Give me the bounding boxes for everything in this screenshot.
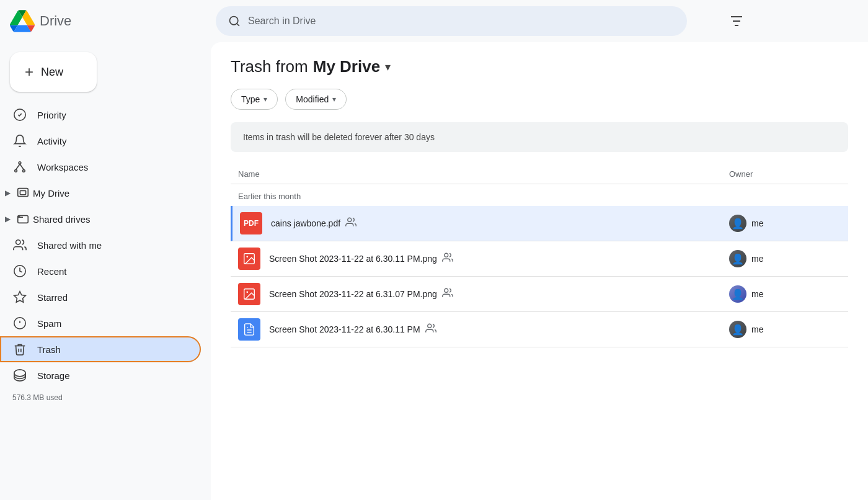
spam-icon	[12, 316, 27, 330]
owner-name: me	[751, 218, 763, 228]
content-area: Trash from My Drive ▾ Type ▾ Modified ▾ …	[211, 42, 868, 500]
shared-icon	[442, 252, 453, 266]
sidebar: + New Priority Activity	[0, 42, 211, 500]
col-header-owner: Owner	[729, 169, 841, 179]
sidebar-item-storage[interactable]: Storage	[0, 362, 201, 388]
svg-point-17	[348, 218, 352, 221]
shared-icon	[345, 217, 356, 230]
svg-line-6	[16, 164, 20, 169]
svg-rect-9	[20, 190, 25, 194]
svg-rect-8	[18, 189, 29, 197]
owner-name: me	[751, 254, 763, 264]
trash-icon	[12, 342, 27, 356]
filters-row: Type ▾ Modified ▾	[231, 89, 848, 110]
modified-filter-arrow: ▾	[332, 95, 336, 104]
drive-selector-dropdown[interactable]: ▾	[385, 60, 391, 74]
page-header: Trash from My Drive ▾	[231, 57, 848, 76]
avatar: 👤	[729, 285, 746, 303]
priority-icon	[12, 108, 27, 122]
owner-area: 👤 me	[729, 285, 841, 303]
new-button-label: New	[41, 66, 63, 79]
col-header-name: Name	[238, 169, 729, 179]
workspaces-icon	[12, 160, 27, 174]
search-bar[interactable]: Search in Drive	[216, 6, 687, 36]
my-drive-icon	[16, 186, 30, 200]
avatar: 👤	[729, 321, 746, 338]
file-icon-image	[238, 248, 260, 270]
sidebar-item-priority[interactable]: Priority	[0, 102, 201, 128]
shared-icon	[425, 323, 436, 336]
shared-icon	[442, 287, 453, 301]
type-filter-label: Type	[241, 94, 260, 104]
sidebar-item-label-recent: Recent	[37, 266, 67, 277]
sidebar-item-shared-drives[interactable]: ▶ Shared drives	[0, 206, 201, 232]
modified-filter-button[interactable]: Modified ▾	[285, 89, 347, 110]
search-icon	[228, 15, 241, 27]
sidebar-item-spam[interactable]: Spam	[0, 310, 201, 336]
svg-point-23	[445, 288, 448, 292]
storage-used: 576.3 MB used	[12, 393, 198, 402]
sidebar-item-label-activity: Activity	[37, 136, 67, 146]
sidebar-item-label-storage: Storage	[37, 370, 70, 381]
file-name-area: Screen Shot 2023-11-22 at 6.31.07 PM.png	[269, 287, 729, 301]
svg-point-3	[19, 162, 21, 164]
svg-line-7	[20, 164, 24, 169]
sidebar-item-recent[interactable]: Recent	[0, 258, 201, 284]
sidebar-item-workspaces[interactable]: Workspaces	[0, 154, 201, 180]
file-icon-doc	[238, 318, 260, 341]
recent-icon	[12, 264, 27, 278]
svg-point-22	[246, 291, 248, 293]
file-list-header: Name Owner	[231, 164, 848, 184]
search-placeholder: Search in Drive	[248, 16, 675, 27]
plus-icon: +	[25, 63, 33, 81]
sidebar-item-activity[interactable]: Activity	[0, 128, 201, 154]
type-filter-button[interactable]: Type ▾	[231, 89, 278, 110]
sidebar-item-shared-with-me[interactable]: Shared with me	[0, 232, 201, 258]
owner-name: me	[751, 289, 763, 299]
svg-point-5	[23, 170, 25, 172]
sidebar-item-label-trash: Trash	[37, 344, 61, 355]
sidebar-item-starred[interactable]: Starred	[0, 284, 201, 310]
file-icon-pdf: PDF	[240, 212, 262, 234]
file-icon-image	[238, 283, 260, 305]
sidebar-item-label-starred: Starred	[37, 292, 68, 303]
owner-area: 👤 me	[729, 215, 841, 232]
sidebar-item-label-workspaces: Workspaces	[37, 162, 88, 172]
file-name: Screen Shot 2023-11-22 at 6.30.11 PM.png	[269, 254, 437, 264]
main-layout: + New Priority Activity	[0, 42, 868, 500]
table-row[interactable]: Screen Shot 2023-11-22 at 6.30.11 PM 👤 m…	[231, 312, 848, 347]
svg-point-20	[445, 253, 448, 257]
sidebar-item-label-shared-with-me: Shared with me	[37, 240, 102, 251]
file-name-area: Screen Shot 2023-11-22 at 6.30.11 PM	[269, 323, 729, 336]
sidebar-item-trash[interactable]: Trash	[0, 336, 201, 362]
storage-icon	[12, 368, 27, 382]
shared-drives-icon	[16, 212, 30, 226]
avatar: 👤	[729, 215, 746, 232]
svg-point-19	[246, 256, 248, 257]
modified-filter-label: Modified	[296, 94, 329, 104]
drive-logo-icon	[10, 9, 35, 33]
svg-marker-13	[14, 292, 25, 302]
page-title-drive: My Drive	[313, 57, 380, 76]
owner-area: 👤 me	[729, 250, 841, 267]
table-row[interactable]: PDF cains jawbone.pdf 👤	[231, 206, 848, 241]
filter-options-icon[interactable]	[729, 14, 744, 29]
app-name: Drive	[40, 13, 71, 29]
svg-point-26	[427, 324, 431, 328]
table-row[interactable]: Screen Shot 2023-11-22 at 6.30.11 PM.png…	[231, 241, 848, 277]
table-row[interactable]: Screen Shot 2023-11-22 at 6.31.07 PM.png…	[231, 277, 848, 312]
page-title-prefix: Trash from	[231, 57, 308, 76]
new-button[interactable]: + New	[10, 52, 97, 92]
file-name: cains jawbone.pdf	[271, 218, 340, 228]
shared-with-me-icon	[12, 238, 27, 252]
type-filter-arrow: ▾	[264, 95, 267, 104]
topbar-right	[694, 14, 744, 29]
activity-icon	[12, 134, 27, 148]
sidebar-item-my-drive[interactable]: ▶ My Drive	[0, 180, 201, 206]
starred-icon	[12, 290, 27, 304]
owner-area: 👤 me	[729, 321, 841, 338]
section-label-earlier: Earlier this month	[231, 184, 848, 206]
logo-area: Drive	[10, 9, 208, 33]
sidebar-item-label-spam: Spam	[37, 318, 61, 329]
file-name-area: Screen Shot 2023-11-22 at 6.30.11 PM.png	[269, 252, 729, 266]
